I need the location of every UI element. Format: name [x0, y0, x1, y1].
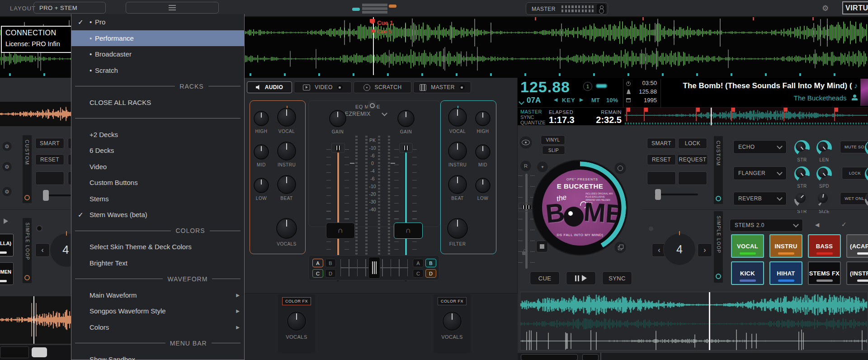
deck2-overview-waveform[interactable] [625, 108, 868, 125]
dj-person-icon[interactable] [851, 95, 858, 100]
menu-item-6-decks[interactable]: 6 Decks [71, 142, 244, 159]
deck1-bottom-box[interactable] [0, 346, 29, 358]
menu-item-pro[interactable]: ✓•Pro [71, 14, 244, 30]
sync-button[interactable]: SYNC [602, 271, 632, 285]
tab-audio[interactable]: AUDIO [247, 81, 292, 93]
stem-button-stemsfx[interactable]: STEMS FX [808, 261, 841, 285]
deck1-colorfx-select[interactable]: COLOR FX [282, 297, 311, 305]
master-volume-box[interactable]: MASTER [526, 2, 608, 15]
menu-item-songpos-waveform-style[interactable]: Songpos Waveform Style▶ [71, 303, 244, 319]
fx2-strength-knob[interactable] [794, 166, 810, 182]
layout-select[interactable]: PRO + STEM [33, 2, 106, 14]
deck2-colorfx-knob[interactable] [443, 312, 462, 331]
deck2-fx-slider-handle[interactable] [655, 189, 661, 200]
fx1-strength-knob[interactable] [794, 140, 810, 156]
deck2-bpm[interactable]: 125.88 [520, 78, 570, 96]
deck2-stem-vocal-knob[interactable] [448, 108, 467, 127]
fx2-select[interactable]: FLANGER [733, 166, 787, 180]
sort-eject-button[interactable]: ▼ [537, 161, 548, 173]
menu-item-select-skin-theme[interactable]: Select Skin Theme & Deck Colors [71, 239, 244, 255]
menu-item-broadcaster[interactable]: •Broadcaster [71, 46, 244, 62]
speaker-icon[interactable] [597, 4, 606, 14]
menu-item-main-waveform[interactable]: Main Waveform▶ [71, 287, 244, 303]
deck2-gain-knob[interactable] [397, 110, 415, 127]
stem-button-bass[interactable]: BASS [808, 234, 841, 258]
stem-button-instru[interactable]: INSTRU [769, 234, 802, 258]
music-note-icon[interactable]: ♪ [854, 82, 858, 90]
deck1-fx-slider-track[interactable] [43, 194, 71, 196]
menu-item-plus-2-decks[interactable]: +2 Decks [71, 127, 244, 143]
menu-item-show-sandbox[interactable]: Show Sandbox [71, 351, 244, 360]
menu-item-custom-buttons[interactable]: Custom Buttons [71, 175, 244, 191]
window-size-select[interactable] [126, 2, 219, 14]
deck1-stem-button-instrumental[interactable]: UMEN [0, 262, 14, 285]
deck2-custom-tab[interactable]: CUSTOM [713, 136, 723, 204]
track-artist[interactable]: The Bucketheads [794, 94, 847, 102]
fx3-strength-knob[interactable] [794, 192, 810, 207]
settings-gear-icon[interactable]: ⚙ [822, 4, 829, 13]
play-pause-button[interactable] [566, 271, 596, 285]
eye-view-button[interactable] [519, 136, 533, 149]
bottom-box[interactable] [521, 354, 578, 360]
jog-wheel[interactable]: OPE” PRESENTS E BUCKETHE INCLUDES ORIGIN… [533, 161, 627, 255]
tab-scratch[interactable]: SCRATCH [354, 81, 411, 93]
copy-stack-button[interactable] [614, 241, 627, 254]
deck2-stems-waveform[interactable] [520, 292, 868, 351]
deck1-songpos-waveform[interactable] [0, 296, 71, 344]
deck2-eq-low-knob[interactable] [475, 178, 491, 193]
menu-item-brighter-text[interactable]: Brighter Text [71, 255, 244, 271]
menu-item-performance[interactable]: •Performance [71, 30, 244, 47]
deck2-colorfx-select[interactable]: COLOR FX [438, 297, 467, 305]
menu-item-video[interactable]: Video [71, 159, 244, 175]
deck2-smart-button[interactable]: SMART [647, 138, 676, 149]
deck1-eq-low-knob[interactable] [254, 178, 269, 193]
stems-version-select[interactable]: STEMS 2.0 [730, 219, 803, 232]
deck2-stem-beat-knob[interactable] [448, 175, 467, 194]
vinyl-mode-button[interactable]: VINYL [541, 135, 565, 145]
xfader-assign-d-right[interactable]: D [425, 269, 436, 278]
deck1-stem-vocal-knob[interactable] [277, 108, 296, 127]
mt-label[interactable]: MT [591, 97, 600, 104]
deck2-request-button[interactable]: REQUEST [677, 154, 708, 165]
deck2-fx-slider-track[interactable] [655, 194, 698, 195]
deck1-colorfx-knob[interactable] [287, 312, 306, 331]
stems-check-icon[interactable]: ✓ [841, 221, 847, 228]
deck2-pad-button-2[interactable] [678, 171, 707, 185]
deck1-loop-half-button[interactable]: ‹ [35, 243, 50, 257]
fx1-length-knob[interactable] [816, 140, 832, 156]
deck2-pad-button[interactable] [647, 171, 676, 185]
pads-gear-icon[interactable]: ⚙ [2, 161, 12, 172]
key-prev-icon[interactable]: ◀ [554, 97, 557, 103]
fx3-mode-button[interactable]: WET ONL [840, 192, 868, 205]
album-art[interactable] [860, 79, 868, 106]
xfader-assign-b-right[interactable]: B [425, 259, 436, 267]
deck2-loop-double-button[interactable]: › [698, 243, 712, 257]
deck2-loop-size-knob[interactable]: 4 [663, 233, 696, 265]
fx3-size-knob[interactable] [816, 192, 832, 207]
crossfader-grip[interactable] [368, 257, 380, 279]
deck1-stem-button-acapella[interactable]: ELLA) [0, 234, 14, 256]
cue-button[interactable]: CUE [530, 271, 560, 285]
menu-item-close-all-racks[interactable]: CLOSE ALL RACKS [71, 95, 244, 111]
deck2-simple-loop-tab[interactable]: SIMPLE LOOP [713, 211, 723, 283]
xfader-assign-a-left[interactable]: A [312, 259, 323, 267]
deck2-volume-fader-grip[interactable] [399, 143, 413, 153]
deck1-eq-high-knob[interactable] [254, 111, 269, 126]
xfader-assign-b-left[interactable]: B [325, 259, 336, 267]
deck2-stem-instru-knob[interactable] [448, 142, 467, 161]
pitch-fader-grip[interactable] [518, 203, 535, 212]
deck1-stem-beat-knob[interactable] [277, 175, 296, 194]
menu-item-scratch[interactable]: •Scratch [71, 62, 244, 79]
key-next-icon[interactable]: ▶ [580, 97, 583, 103]
pitch-range-button[interactable]: R [520, 160, 532, 172]
key-chevron-icon[interactable] [519, 98, 524, 106]
deck1-fx-slider-handle[interactable] [43, 190, 49, 201]
fx1-select[interactable]: ECHO [733, 140, 787, 154]
deck2-lock-button[interactable]: LOCK [678, 138, 707, 149]
deck2-reset-button[interactable]: RESET [647, 154, 676, 165]
fx2-mode-button[interactable]: LOCK [842, 167, 868, 180]
xfader-assign-c-left[interactable]: C [312, 269, 323, 278]
vinyl-disc-button[interactable] [614, 162, 627, 175]
fx2-speed-knob[interactable] [816, 166, 832, 182]
deck2-filter-knob[interactable] [447, 218, 468, 239]
